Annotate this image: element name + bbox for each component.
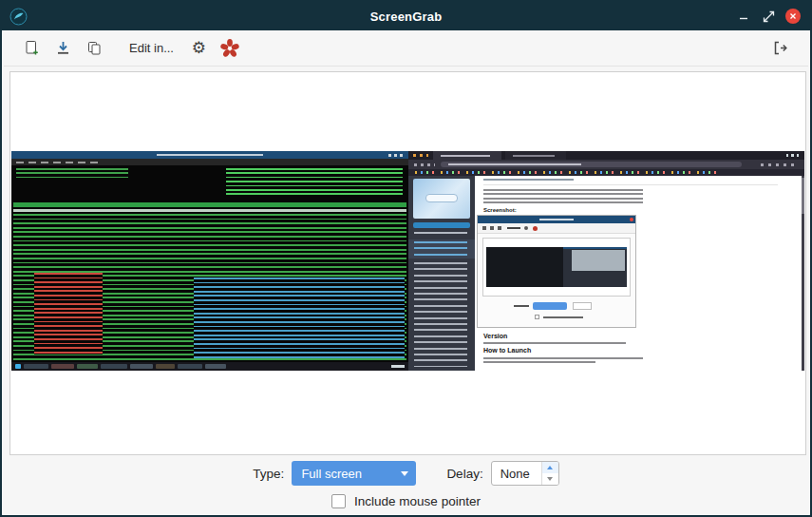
capture-controls: Type: Full screen Delay: None Include mo…	[4, 455, 808, 513]
nested-type-combobox	[533, 302, 567, 310]
screengrab-window: ScreenGrab	[0, 0, 812, 517]
nested-screengrab-screenshot	[477, 215, 636, 328]
terminal-selected-row	[13, 209, 406, 213]
delay-spinbox[interactable]: None	[491, 461, 559, 486]
browser-scrollbar	[802, 176, 804, 371]
sidebar-nav-items	[414, 232, 467, 238]
docs-breadcrumb	[483, 179, 574, 181]
browser-urlbar	[441, 162, 742, 167]
nested-toolbar	[478, 223, 635, 234]
save-icon	[55, 40, 71, 56]
maximize-button[interactable]	[759, 7, 778, 26]
docs-version-heading: Version	[483, 333, 507, 339]
taskbar-item	[130, 364, 153, 369]
nested-logo-icon	[533, 226, 538, 231]
docs-how-heading: How to Launch	[483, 347, 531, 354]
window-controls	[734, 7, 803, 26]
spin-up-button[interactable]	[542, 462, 558, 473]
sidebar-current-items	[414, 241, 467, 257]
window-title: ScreenGrab	[2, 10, 810, 24]
docs-how-paragraph	[483, 357, 643, 359]
browser-window-buttons	[786, 154, 801, 157]
browser-window: Screenshot:	[408, 151, 804, 371]
browser-navbar	[408, 160, 804, 169]
include-pointer-label: Include mouse pointer	[354, 494, 481, 508]
taskbar-item	[51, 364, 74, 369]
screengrab-logo-button[interactable]	[215, 34, 246, 63]
new-screenshot-button[interactable]	[16, 34, 47, 63]
nested-checkbox-label	[543, 316, 583, 318]
copy-button[interactable]	[79, 34, 110, 63]
browser-tab-favicons	[413, 154, 428, 157]
taskbar-launcher	[15, 364, 21, 369]
taskbar-item	[24, 364, 48, 369]
screenshot-thumbnail: Screenshot:	[11, 151, 804, 371]
maximize-icon	[763, 10, 775, 23]
titlebar[interactable]: ScreenGrab	[2, 2, 810, 30]
taskbar-item	[205, 364, 226, 369]
browser-toolbar-icons	[761, 163, 799, 166]
terminal-summary-block	[226, 168, 403, 195]
sidebar-logo-detail	[425, 194, 458, 202]
docs-how-paragraph	[483, 361, 595, 363]
toolbar: Edit in... ⚙	[4, 30, 808, 67]
browser-tab	[505, 151, 566, 160]
delay-label: Delay:	[446, 467, 482, 481]
nested-toolbar-icon	[482, 226, 486, 230]
docs-divider	[483, 184, 778, 185]
minimize-button[interactable]	[734, 7, 753, 26]
docs-version-paragraph	[483, 342, 626, 344]
type-delay-row: Type: Full screen Delay: None	[253, 461, 558, 486]
screenshot-preview-area: Screenshot:	[9, 71, 806, 455]
terminal-path-text	[194, 278, 405, 358]
taskbar-item	[101, 364, 127, 369]
sidebar-current-section	[408, 239, 475, 258]
terminal-titlebar	[11, 151, 408, 159]
nested-gear-icon	[524, 226, 528, 230]
settings-button[interactable]: ⚙	[183, 34, 215, 63]
copy-icon	[86, 40, 103, 56]
nested-thumbnail-terminal	[486, 247, 563, 287]
terminal-menu-items	[16, 162, 98, 163]
browser-scrollbar-thumb	[802, 178, 804, 214]
terminal-red-status-text	[34, 273, 103, 354]
terminal-window-buttons	[388, 154, 405, 157]
nested-delay-spinbox	[573, 302, 592, 310]
browser-bookmarks-bar	[408, 169, 804, 176]
browser-url-text	[448, 163, 581, 165]
include-pointer-checkbox[interactable]	[331, 494, 346, 508]
terminal-prompt-lines	[16, 168, 128, 180]
type-combobox[interactable]: Full screen	[292, 461, 416, 486]
edit-in-button[interactable]: Edit in...	[120, 35, 183, 62]
taskbar-item	[77, 364, 98, 369]
quit-button[interactable]	[765, 34, 796, 63]
sidebar-search-box	[413, 222, 470, 228]
type-label: Type:	[253, 467, 284, 481]
terminal-column-header	[13, 202, 406, 207]
spin-down-button[interactable]	[542, 473, 558, 485]
taskbar-item	[178, 364, 202, 369]
browser-tabbar	[408, 151, 804, 160]
taskbar-item	[156, 364, 175, 369]
close-button[interactable]	[784, 7, 803, 26]
nested-preview-area	[482, 238, 631, 297]
taskbar-clock	[391, 365, 405, 368]
chevron-down-icon	[401, 471, 408, 480]
docs-screenshot-heading: Screenshot:	[483, 207, 517, 213]
browser-active-tab	[433, 151, 501, 160]
nested-thumbnail-browser	[572, 250, 625, 271]
save-button[interactable]	[47, 34, 79, 63]
terminal-window	[11, 151, 408, 371]
close-icon	[785, 9, 801, 24]
nested-title-text	[539, 219, 574, 220]
docs-content: Screenshot:	[475, 176, 801, 371]
browser-tab-title	[441, 155, 490, 157]
gear-icon: ⚙	[192, 40, 206, 56]
spinner-buttons	[541, 462, 558, 485]
new-screenshot-icon	[24, 40, 40, 56]
chevron-up-icon	[547, 463, 553, 469]
browser-bookmark-items	[415, 171, 719, 174]
quit-icon	[772, 40, 788, 56]
terminal-body	[11, 165, 408, 362]
nested-checkbox	[535, 315, 539, 319]
